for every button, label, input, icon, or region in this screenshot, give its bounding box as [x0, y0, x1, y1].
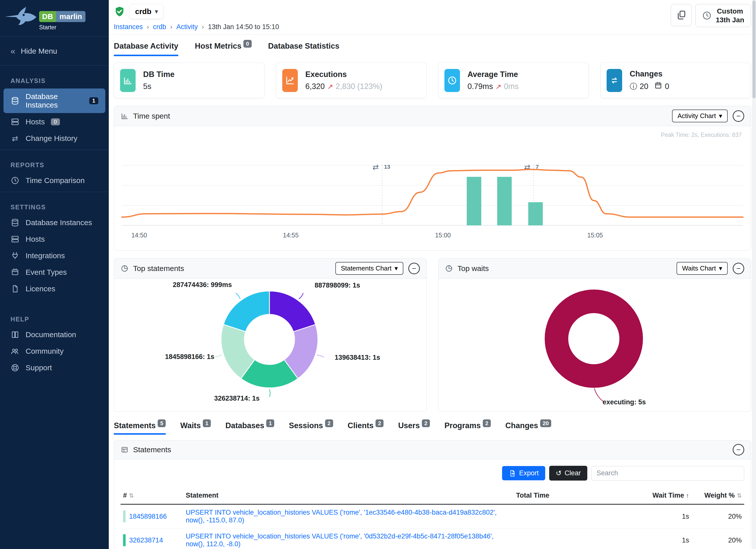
panel-title: Time spent — [133, 112, 170, 120]
sidebar-item-label: Community — [26, 347, 64, 355]
count-badge: 2 — [422, 419, 430, 427]
instance-selector[interactable]: crdb ▾ — [129, 4, 164, 19]
collapse-panel-button[interactable]: − — [733, 444, 744, 455]
top-statements-panel: Top statements Statements Chart ▾ − 8878… — [114, 258, 427, 412]
sidebar-item-licences[interactable]: Licences — [0, 281, 109, 297]
chart-select-label: Waits Chart — [682, 264, 716, 272]
tab-database-statistics[interactable]: Database Statistics — [268, 42, 339, 56]
breadcrumb-time-range: 13th Jan 14:50 to 15:10 — [208, 23, 279, 31]
column-header-id[interactable]: #⇅ — [121, 487, 183, 504]
waits-chart-select[interactable]: Waits Chart ▾ — [677, 262, 728, 275]
column-header-statement[interactable]: Statement — [183, 487, 514, 504]
section-title-settings: SETTINGS — [0, 195, 109, 214]
sidebar-item-label: Licences — [26, 285, 55, 293]
kpi-trend: 0ms — [504, 82, 519, 91]
waits-donut-area[interactable]: executing: 5s — [438, 279, 751, 411]
tab-waits[interactable]: Waits1 — [180, 421, 211, 435]
count-badge: 2 — [483, 419, 491, 427]
hide-menu-button[interactable]: « Hide Menu — [0, 40, 109, 62]
export-button[interactable]: Export — [502, 466, 545, 480]
breadcrumb-instance[interactable]: crdb — [153, 23, 166, 31]
minus-icon: − — [736, 265, 741, 272]
table-toolbar: Export ↺ Clear — [114, 459, 751, 486]
count-badge: 2 — [375, 419, 384, 427]
sidebar-item-label: Integrations — [26, 251, 65, 260]
section-title-help: HELP — [0, 307, 109, 326]
sidebar-item-label: Database Instances — [26, 218, 92, 227]
clear-label: Clear — [564, 469, 581, 477]
tab-host-metrics[interactable]: Host Metrics0 — [195, 42, 251, 56]
statements-chart-select[interactable]: Statements Chart ▾ — [335, 262, 403, 275]
sidebar-item-change-history[interactable]: ⇄ Change History — [0, 130, 109, 147]
copy-link-button[interactable] — [671, 4, 692, 26]
activity-chart-select[interactable]: Activity Chart ▾ — [672, 110, 728, 122]
bar-chart-icon — [123, 75, 133, 85]
trend-up-icon: ↗ — [327, 82, 333, 91]
time-spent-chart-area[interactable]: Peak Time: 2s, Executions: 837 ⇄13⇄714:5… — [114, 126, 751, 250]
tab-label: Databases — [225, 421, 264, 430]
sidebar-item-documentation[interactable]: Documentation — [0, 326, 109, 343]
clear-button[interactable]: ↺ Clear — [549, 466, 587, 481]
kpi-title: Changes — [630, 69, 669, 78]
time-range-button[interactable]: Custom 13th Jan — [695, 4, 751, 27]
column-header-total-time[interactable]: Total Time — [514, 487, 609, 504]
kpi-average-time: Average Time 0.79ms ↗ 0ms — [438, 63, 589, 98]
breadcrumb-instances[interactable]: Instances — [114, 23, 143, 31]
sidebar-item-database-instances[interactable]: Database Instances 1 — [4, 88, 105, 113]
statement-id-link[interactable]: 326238714 — [129, 536, 163, 544]
sidebar-item-integrations[interactable]: Integrations — [0, 247, 109, 264]
tab-users[interactable]: Users2 — [398, 421, 430, 435]
divider — [0, 36, 109, 37]
section-title-analysis: ANALYSIS — [0, 69, 109, 88]
tab-clients[interactable]: Clients2 — [348, 421, 384, 435]
tab-changes[interactable]: Changes20 — [505, 421, 551, 435]
minus-icon: − — [736, 112, 741, 120]
database-icon — [11, 218, 20, 227]
tab-databases[interactable]: Databases1 — [225, 421, 274, 435]
column-header-weight[interactable]: Weight %⇅ — [692, 487, 744, 504]
chevron-right-icon: › — [147, 23, 149, 31]
search-input[interactable] — [591, 466, 744, 481]
chevron-down-icon: ▾ — [395, 264, 398, 272]
kpi-icon-0 — [120, 69, 136, 92]
statements-donut-area[interactable]: 887898099: 1s 139638413: 1s 326238714: 1… — [114, 279, 426, 411]
logo-db-badge: DB — [39, 11, 56, 22]
column-header-wait-time[interactable]: Wait Time↑ — [609, 487, 692, 504]
tab-programs[interactable]: Programs2 — [444, 421, 491, 435]
undo-icon: ↺ — [556, 469, 561, 477]
scrollbar-thumb[interactable] — [752, 1, 755, 98]
collapse-panel-button[interactable]: − — [408, 263, 420, 274]
sidebar-item-settings-database-instances[interactable]: Database Instances — [0, 214, 109, 231]
tab-statements[interactable]: Statements5 — [114, 421, 166, 435]
svg-text:⇄: ⇄ — [372, 163, 379, 171]
sidebar-item-time-comparison[interactable]: Time Comparison — [0, 172, 109, 189]
kpi-title: Average Time — [467, 70, 519, 79]
statement-link[interactable]: UPSERT INTO vehicle_location_histories V… — [186, 509, 497, 524]
copy-icon — [676, 10, 687, 20]
tab-sessions[interactable]: Sessions2 — [289, 421, 333, 435]
sidebar-item-event-types[interactable]: Event Types — [0, 264, 109, 281]
tab-database-activity[interactable]: Database Activity — [114, 42, 178, 56]
breadcrumb-activity[interactable]: Activity — [176, 23, 198, 31]
sidebar-item-support[interactable]: Support — [0, 359, 109, 376]
count-badge: 1 — [89, 97, 98, 104]
time-spent-panel: Time spent Activity Chart ▾ − Peak Time:… — [114, 106, 751, 251]
trend-up-icon: ↗ — [496, 82, 501, 91]
weight-value: 20% — [692, 528, 744, 549]
table-row: 1845898166 UPSERT INTO vehicle_location_… — [121, 504, 744, 528]
app-root: DB marlin Starter « Hide Menu ANALYSIS D… — [0, 0, 756, 549]
plug-icon — [11, 251, 20, 260]
chevron-down-icon: ▾ — [719, 264, 722, 272]
vertical-scrollbar[interactable] — [752, 0, 756, 549]
count-badge: 20 — [540, 419, 551, 427]
collapse-panel-button[interactable]: − — [733, 263, 744, 274]
weight-value: 20% — [692, 504, 744, 528]
donut-label: 887898099: 1s — [315, 282, 360, 289]
main-content: crdb ▾ Instances › crdb › Activity › 13t… — [109, 0, 756, 549]
sidebar-item-hosts[interactable]: Hosts 0 — [0, 114, 109, 130]
statement-id-link[interactable]: 1845898166 — [129, 513, 167, 520]
sidebar-item-community[interactable]: Community — [0, 343, 109, 359]
sidebar-item-settings-hosts[interactable]: Hosts — [0, 231, 109, 247]
statement-link[interactable]: UPSERT INTO vehicle_location_histories V… — [186, 532, 494, 548]
collapse-panel-button[interactable]: − — [733, 110, 744, 122]
